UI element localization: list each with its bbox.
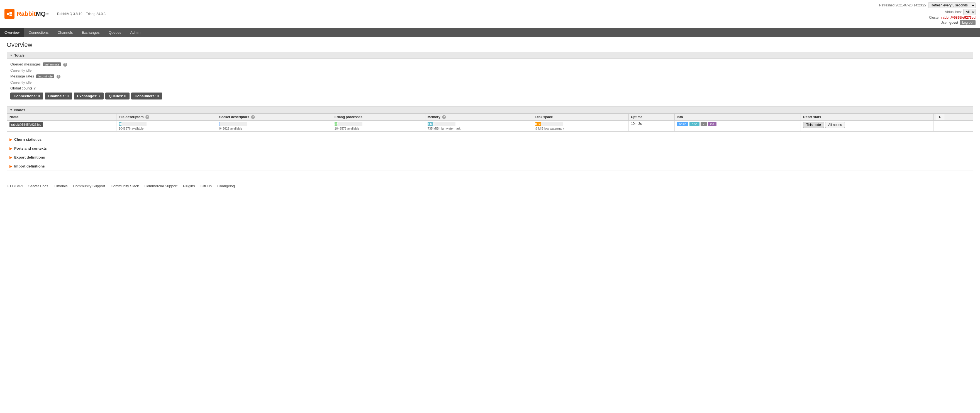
- memory-cell: 131 MiB 735 MiB high watermark: [425, 121, 533, 132]
- plus-minus-button[interactable]: +/-: [936, 114, 945, 120]
- info-tags: basic disc 2 rss: [677, 122, 799, 126]
- footer-plugins[interactable]: Plugins: [183, 184, 195, 188]
- info-cell: basic disc 2 rss: [675, 121, 801, 132]
- footer: HTTP API Server Docs Tutorials Community…: [0, 181, 980, 191]
- erlang-version: Erlang 24.0.3: [86, 12, 106, 16]
- queued-messages-badge[interactable]: last minute: [43, 62, 61, 66]
- footer-community-slack[interactable]: Community Slack: [111, 184, 139, 188]
- cluster-label: Cluster: [929, 16, 940, 19]
- logo-tm: TM: [46, 12, 49, 15]
- nav-connections[interactable]: Connections: [24, 28, 53, 37]
- totals-section: ▼ Totals Queued messages last minute ? C…: [7, 52, 973, 103]
- exchanges-count-button[interactable]: Exchanges: 7: [74, 92, 104, 99]
- memory-value: 131 MiB: [428, 123, 435, 126]
- socket-descriptors-bar: 0: [219, 122, 247, 126]
- queued-messages-help-icon[interactable]: ?: [63, 63, 67, 67]
- channels-count-button[interactable]: Channels: 0: [45, 92, 72, 99]
- nav-queues[interactable]: Queues: [104, 28, 126, 37]
- nav-channels[interactable]: Channels: [53, 28, 77, 37]
- nodes-section: ▼ Nodes Name File descriptors ? Socket d…: [7, 107, 973, 132]
- memory-bar: 131 MiB: [428, 122, 455, 126]
- page-title: Overview: [7, 41, 973, 48]
- info-tag-rss[interactable]: rss: [708, 122, 716, 126]
- export-definitions-row[interactable]: ▶ Export definitions: [7, 153, 973, 162]
- memory-help-icon[interactable]: ?: [442, 115, 446, 119]
- info-tag-basic[interactable]: basic: [677, 122, 689, 126]
- version-info: RabbitMQ 3.8.19 Erlang 24.0.3: [57, 12, 106, 16]
- erlang-processes-value: 402: [334, 123, 338, 126]
- nav-exchanges[interactable]: Exchanges: [77, 28, 104, 37]
- memory-bar-fill: 131 MiB: [428, 122, 433, 126]
- connections-count-button[interactable]: Connections: 0: [10, 92, 43, 99]
- nodes-arrow-icon: ▼: [10, 108, 13, 112]
- erlang-processes-bar: 402: [334, 122, 363, 126]
- svg-rect-0: [7, 13, 9, 15]
- queued-messages-row: Queued messages last minute ?: [10, 62, 970, 67]
- totals-section-header[interactable]: ▼ Totals: [7, 52, 973, 59]
- nodes-section-header[interactable]: ▼ Nodes: [7, 107, 973, 113]
- ports-contexts-row[interactable]: ▶ Ports and contexts: [7, 144, 973, 153]
- footer-github[interactable]: GitHub: [200, 184, 212, 188]
- totals-content: Queued messages last minute ? Currently …: [7, 59, 973, 103]
- message-rates-badge[interactable]: last minute: [36, 74, 54, 78]
- col-reset-stats: Reset stats: [801, 114, 934, 121]
- node-name-cell: rabbit@5895fe9273cd: [7, 121, 116, 132]
- footer-tutorials[interactable]: Tutorials: [54, 184, 67, 188]
- footer-commercial-support[interactable]: Commercial Support: [145, 184, 178, 188]
- header: RabbitMQTM RabbitMQ 3.8.19 Erlang 24.0.3…: [0, 0, 980, 28]
- import-definitions-label: Import definitions: [14, 164, 45, 168]
- export-arrow-icon: ▶: [10, 156, 12, 159]
- nodes-content: Name File descriptors ? Socket descripto…: [7, 113, 973, 132]
- file-descriptors-help-icon[interactable]: ?: [145, 115, 149, 119]
- erlang-processes-cell: 402 1048576 available: [332, 121, 425, 132]
- file-descriptors-available: 1048576 available: [119, 127, 215, 130]
- erlang-processes-available: 1048576 available: [334, 127, 423, 130]
- svg-rect-1: [10, 12, 12, 14]
- this-node-button[interactable]: This node: [803, 122, 824, 128]
- disk-space-bar: 30 GiB: [535, 122, 563, 126]
- import-definitions-row[interactable]: ▶ Import definitions: [7, 162, 973, 171]
- nav-admin[interactable]: Admin: [126, 28, 145, 37]
- disk-space-bar-fill: 30 GiB: [535, 122, 541, 126]
- message-rates-label: Message rates: [10, 74, 34, 78]
- node-name-badge[interactable]: rabbit@5895fe9273cd: [10, 122, 43, 128]
- nodes-table: Name File descriptors ? Socket descripto…: [7, 113, 973, 132]
- disk-watermark: & MiB low watermark: [535, 127, 626, 130]
- uptime-value: 10m 3s: [631, 122, 642, 126]
- all-nodes-button[interactable]: All nodes: [825, 122, 845, 128]
- user-label: User: [941, 21, 948, 24]
- logout-button[interactable]: Log out: [960, 20, 975, 25]
- socket-descriptors-help-icon[interactable]: ?: [251, 115, 255, 119]
- footer-changelog[interactable]: Changelog: [217, 184, 235, 188]
- socket-descriptors-available: 943629 available: [219, 127, 330, 130]
- refreshed-label: Refreshed 2021-07-20 14:23:27: [879, 3, 926, 7]
- global-counts-help-icon[interactable]: ?: [34, 86, 36, 90]
- queues-count-button[interactable]: Queues: 0: [105, 92, 129, 99]
- virtual-host-select[interactable]: All: [963, 9, 975, 15]
- refresh-select[interactable]: Refresh every 5 seconds Refresh every 10…: [928, 2, 975, 8]
- footer-http-api[interactable]: HTTP API: [7, 184, 23, 188]
- nav-overview[interactable]: Overview: [0, 28, 24, 37]
- footer-community-support[interactable]: Community Support: [73, 184, 105, 188]
- disk-space-value: 30 GiB: [535, 123, 542, 126]
- churn-statistics-row[interactable]: ▶ Churn statistics: [7, 135, 973, 144]
- disk-space-cell: 30 GiB & MiB low watermark: [533, 121, 628, 132]
- col-info: Info: [675, 114, 801, 121]
- totals-label: Totals: [14, 53, 24, 57]
- footer-server-docs[interactable]: Server Docs: [29, 184, 48, 188]
- count-buttons: Connections: 0 Channels: 0 Exchanges: 7 …: [10, 92, 970, 99]
- message-rates-help-icon[interactable]: ?: [57, 75, 60, 78]
- nodes-table-header-row: Name File descriptors ? Socket descripto…: [7, 114, 973, 121]
- col-socket-descriptors: Socket descriptors ?: [217, 114, 332, 121]
- uptime-cell: 10m 3s: [628, 121, 675, 132]
- col-plus-minus[interactable]: +/-: [934, 114, 973, 121]
- col-disk-space: Disk space: [533, 114, 628, 121]
- info-tag-num[interactable]: 2: [701, 122, 707, 126]
- consumers-count-button[interactable]: Consumers: 0: [131, 92, 162, 99]
- socket-descriptors-cell: 0 943629 available: [217, 121, 332, 132]
- info-tag-disc[interactable]: disc: [689, 122, 700, 126]
- export-definitions-label: Export definitions: [14, 155, 45, 159]
- main-content: Overview ▼ Totals Queued messages last m…: [0, 37, 980, 175]
- file-descriptors-bar-fill: 38: [119, 122, 121, 126]
- message-rates-row: Message rates last minute ?: [10, 74, 970, 78]
